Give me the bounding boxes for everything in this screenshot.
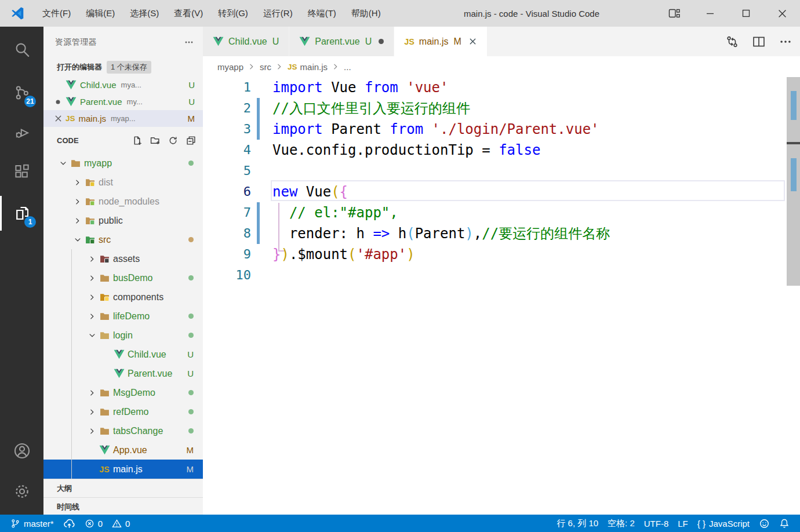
activity-run-debug-icon[interactable]: [0, 112, 43, 152]
git-status-badge: U: [187, 349, 194, 359]
chevron-right-icon[interactable]: [86, 408, 97, 416]
close-icon[interactable]: [468, 37, 477, 46]
tab-Parent.vue[interactable]: Parent.vueU: [289, 27, 394, 56]
activity-extensions-icon[interactable]: [0, 152, 43, 191]
tree-item-src[interactable]: src: [43, 230, 203, 249]
open-editors-header[interactable]: 打开的编辑器 1 个未保存: [43, 58, 203, 76]
status-bell-icon[interactable]: [774, 515, 794, 532]
customize-layout-icon[interactable]: [656, 0, 692, 27]
tree-item-main.js[interactable]: JSmain.jsM: [43, 460, 203, 479]
status-行 6, 列 10[interactable]: 行 6, 列 10: [552, 515, 603, 532]
close-icon[interactable]: [50, 114, 66, 123]
status-LF[interactable]: LF: [673, 515, 693, 532]
split-editor-icon[interactable]: [752, 35, 765, 48]
breadcrumb-item-...[interactable]: ...: [344, 62, 351, 72]
breadcrumb-item-myapp[interactable]: myapp: [217, 62, 243, 72]
status-error-icon[interactable]: 0: [80, 515, 107, 532]
new-folder-icon[interactable]: [150, 136, 160, 145]
code-text: // el:"#app",: [272, 202, 398, 223]
file-name: components: [113, 292, 163, 303]
menu-item-7[interactable]: 终端(T): [300, 0, 344, 27]
tree-item-tabsChange[interactable]: tabsChange: [43, 421, 203, 440]
tree-item-lifeDemo[interactable]: lifeDemo: [43, 307, 203, 326]
tree-item-public[interactable]: public: [43, 211, 203, 230]
file-name: Parent.vue: [80, 97, 122, 107]
open-editor-item[interactable]: JSmain.jsmyap...M: [43, 110, 203, 127]
ellipsis-icon[interactable]: [779, 35, 792, 48]
status-cloud-upload-icon[interactable]: [59, 515, 80, 532]
tree-item-components[interactable]: components: [43, 287, 203, 307]
open-editor-item[interactable]: Child.vuemya...U: [43, 76, 203, 93]
dirty-dot-icon[interactable]: [379, 39, 384, 44]
tree-item-busDemo[interactable]: busDemo: [43, 268, 203, 287]
timeline-section-header[interactable]: 时间线: [43, 497, 203, 515]
refresh-icon[interactable]: [168, 136, 178, 145]
menu-item-5[interactable]: 转到(G): [210, 0, 256, 27]
tree-item-MsgDemo[interactable]: MsgDemo: [43, 383, 203, 402]
chevron-down-icon[interactable]: [86, 331, 97, 340]
chevron-right-icon[interactable]: [72, 217, 83, 225]
menu-item-4[interactable]: 查看(V): [166, 0, 210, 27]
menu-item-6[interactable]: 运行(R): [256, 0, 300, 27]
chevron-right-icon[interactable]: [86, 293, 97, 301]
open-changes-icon[interactable]: [726, 35, 739, 48]
tab-git-status: U: [365, 37, 372, 47]
menu-item-3[interactable]: 选择(S): [122, 0, 166, 27]
activity-settings-gear-icon[interactable]: [0, 472, 43, 511]
git-branch-icon: [10, 519, 20, 529]
tree-item-assets[interactable]: assets: [43, 249, 203, 268]
tree-item-Child.vue[interactable]: Child.vueU: [43, 345, 203, 364]
chevron-right-icon[interactable]: [86, 255, 97, 263]
tree-item-myapp[interactable]: myapp: [43, 154, 203, 173]
tree-item-dist[interactable]: dist: [43, 173, 203, 192]
git-status-badge: [188, 428, 194, 433]
status-git-branch-icon[interactable]: master*: [6, 515, 59, 532]
line-number: 8: [203, 223, 251, 244]
status-bar: master*00 行 6, 列 10空格: 2UTF-8LF{ }JavaSc…: [0, 515, 800, 532]
tree-item-Parent.vue[interactable]: Parent.vueU: [43, 364, 203, 383]
chevron-right-icon[interactable]: [86, 312, 97, 320]
menu-item-8[interactable]: 帮助(H): [344, 0, 388, 27]
breadcrumb[interactable]: myappsrcJSmain.js...: [203, 56, 800, 77]
file-description: mya...: [121, 81, 141, 89]
minimize-button[interactable]: [692, 0, 728, 27]
open-editor-item[interactable]: Parent.vuemy...U: [43, 93, 203, 110]
tab-main.js[interactable]: JSmain.jsM: [394, 27, 488, 56]
chevron-right-icon[interactable]: [72, 178, 83, 187]
maximize-button[interactable]: [728, 0, 764, 27]
activity-source-control-icon[interactable]: 21: [0, 73, 43, 112]
line-number: 10: [203, 265, 251, 286]
new-file-icon[interactable]: [132, 136, 142, 145]
activity-open-editors-pages-icon[interactable]: 1: [0, 194, 43, 233]
tree-item-node_modules[interactable]: node_modules: [43, 192, 203, 211]
tree-item-login[interactable]: login: [43, 326, 203, 345]
tree-item-refDemo[interactable]: refDemo: [43, 402, 203, 421]
chevron-down-icon[interactable]: [57, 159, 68, 167]
folder-section-header[interactable]: CODE: [43, 127, 203, 154]
breadcrumb-item-main.js[interactable]: JSmain.js: [288, 62, 328, 72]
chevron-right-icon[interactable]: [72, 198, 83, 206]
tree-item-App.vue[interactable]: App.vueM: [43, 440, 203, 460]
chevron-down-icon[interactable]: [72, 236, 83, 244]
chevron-right-icon[interactable]: [86, 274, 97, 282]
tab-Child.vue[interactable]: Child.vueU: [203, 27, 289, 56]
outline-section-header[interactable]: 大纲: [43, 479, 203, 497]
status-braces-icon[interactable]: { }JavaScript: [693, 515, 754, 532]
code-editor[interactable]: 1import Vue from 'vue'2//入口文件里引入要运行的组件3i…: [203, 77, 800, 515]
more-actions-icon[interactable]: [184, 38, 194, 47]
activity-search-icon[interactable]: [0, 30, 43, 69]
chevron-right-icon[interactable]: [86, 389, 97, 397]
chevron-right-icon[interactable]: [86, 427, 97, 435]
status-UTF-8[interactable]: UTF-8: [639, 515, 674, 532]
folder-icon: [97, 330, 111, 340]
collapse-all-icon[interactable]: [186, 136, 196, 145]
close-button[interactable]: [764, 0, 800, 27]
status-空格: 2[interactable]: 空格: 2: [603, 515, 639, 532]
status-warning-icon[interactable]: 0: [107, 515, 134, 532]
menu-item-1[interactable]: 文件(F): [35, 0, 78, 27]
status-feedback-icon[interactable]: [754, 515, 774, 532]
menu-item-2[interactable]: 编辑(E): [78, 0, 122, 27]
chevron-right-icon: [275, 63, 283, 71]
breadcrumb-item-src[interactable]: src: [260, 62, 271, 72]
activity-account-icon[interactable]: [0, 431, 43, 471]
